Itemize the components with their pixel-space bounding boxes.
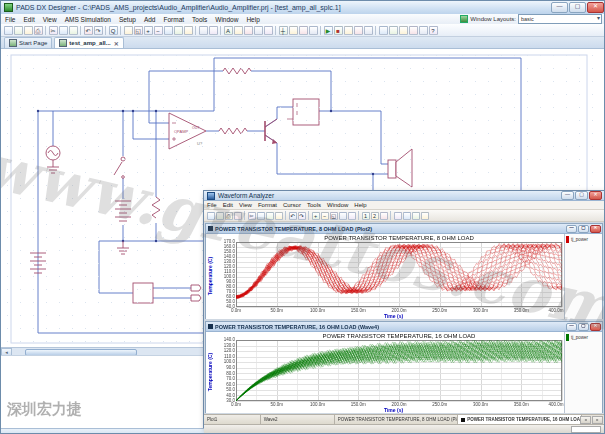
find-icon[interactable]: Q [109,26,118,35]
menu-view[interactable]: View [39,16,61,23]
bus-icon[interactable] [289,26,298,35]
stack-icon[interactable] [412,212,420,220]
cut-icon[interactable]: ✂ [49,26,58,35]
part-icon[interactable] [299,26,308,35]
tab-close-icon[interactable]: ✕ [114,40,119,47]
grid-icon[interactable] [409,26,418,35]
menu-format[interactable]: Format [255,202,280,208]
menu-help[interactable]: Help [351,202,369,208]
cursor-1-icon[interactable]: 1 [362,212,370,220]
cursor-icon[interactable] [209,26,218,35]
select-icon[interactable] [124,26,133,35]
plot16-canvas[interactable] [215,332,564,413]
tab-scroll-right[interactable]: ▸ [592,416,603,424]
symbol-icon[interactable] [309,26,318,35]
wave-titlebar[interactable]: Waveform Analyzer — ▢ ✕ [204,191,604,201]
wave-close-button[interactable]: ✕ [589,191,602,200]
open-icon[interactable] [207,212,215,220]
line-icon[interactable] [234,26,243,35]
print-icon[interactable]: ⎙ [34,26,43,35]
plot-window-8ohm[interactable]: POWER TRANSISTOR TEMPERATURE, 8 OHM LOAD… [205,223,603,319]
minimize-button[interactable]: — [551,2,568,13]
plot16-close[interactable]: ✕ [590,323,601,331]
wave-tab-wave2[interactable]: Wave2 [261,415,335,424]
menu-add[interactable]: Add [140,16,160,23]
paste-icon[interactable] [69,26,78,35]
zoom-in-icon[interactable]: + [144,26,153,35]
cursor-2-icon[interactable]: 2 [371,212,379,220]
copy-icon[interactable] [59,26,68,35]
tab-test-amp-all[interactable]: test_amp_all...✕ [54,37,123,48]
menu-tools[interactable]: Tools [304,202,324,208]
export-icon[interactable] [234,212,242,220]
plot16-maximize[interactable]: ▢ [578,323,589,331]
tab-start-page[interactable]: Start Page [4,37,52,48]
cut-icon[interactable]: ✂ [248,212,256,220]
menu-window[interactable]: Window [324,202,351,208]
paste-icon[interactable] [266,212,274,220]
wave-maximize-button[interactable]: ▢ [575,191,588,200]
undo-icon[interactable]: ↶ [84,26,93,35]
plot8-minimize[interactable]: — [566,225,577,233]
run-simulation-icon[interactable]: ▶ [324,26,333,35]
arc-icon[interactable] [244,26,253,35]
overlay-icon[interactable] [403,212,411,220]
zoom-out-icon[interactable]: − [321,212,329,220]
wave-minimize-button[interactable]: — [561,191,574,200]
window-layouts-combo[interactable]: basic [518,14,602,24]
wave-tab-power-transistor-temperature-16-ohm-load[interactable]: POWER TRANSISTOR TEMPERATURE, 16 OHM LOA… [458,415,582,424]
menu-tools[interactable]: Tools [188,16,211,23]
multimeter-icon[interactable] [354,26,363,35]
zoom-y-icon[interactable] [348,212,356,220]
rectangle-icon[interactable] [254,26,263,35]
options-icon[interactable] [421,212,429,220]
add-waveform-icon[interactable] [394,212,402,220]
close-button[interactable]: ✕ [587,2,604,13]
wave-tab-power-transistor-temperature-8-ohm-load-[interactable]: POWER TRANSISTOR TEMPERATURE, 8 OHM LOAD… [335,415,459,424]
main-titlebar[interactable]: PADS DX Designer - C:\PADS_AMS_projects\… [1,1,605,15]
print-icon[interactable]: ⎙ [225,212,233,220]
wave-tab-plot1[interactable]: Plot1 [204,415,261,424]
help-icon[interactable]: ? [429,26,438,35]
menu-edit[interactable]: Edit [220,202,236,208]
menu-format[interactable]: Format [160,16,189,23]
plot16-minimize[interactable]: — [566,323,577,331]
zoom-in-icon[interactable]: + [312,212,320,220]
measure-icon[interactable] [380,212,388,220]
stop-simulation-icon[interactable]: ■ [334,26,343,35]
save-icon[interactable] [216,212,224,220]
plot8-maximize[interactable]: ▢ [578,225,589,233]
refresh-icon[interactable] [199,26,208,35]
plot8-canvas[interactable] [215,234,564,319]
menu-help[interactable]: Help [242,16,263,23]
plot-window-16ohm[interactable]: POWER TRANSISTOR TEMPERATURE, 16 OHM LOA… [205,321,603,413]
menu-window[interactable]: Window [211,16,242,23]
oscilloscope-icon[interactable] [364,26,373,35]
plot16-legend-label[interactable]: tj_power [571,335,588,340]
open-icon[interactable] [14,26,23,35]
plot8-close[interactable]: ✕ [590,225,601,233]
net-icon[interactable]: ┼ [279,26,288,35]
zoom-fit-icon[interactable]: ◱ [134,26,143,35]
plot16-titlebar[interactable]: POWER TRANSISTOR TEMPERATURE, 16 OHM LOA… [206,322,602,332]
circle-icon[interactable] [264,26,273,35]
tab-scroll-left[interactable]: ◂ [580,416,591,424]
menu-setup[interactable]: Setup [115,16,140,23]
layers-icon[interactable] [389,26,398,35]
zoom-area-icon[interactable] [164,26,173,35]
menu-edit[interactable]: Edit [19,16,38,23]
probe-icon[interactable] [344,26,353,35]
text-icon[interactable]: A [224,26,233,35]
copy-icon[interactable] [257,212,265,220]
redo-icon[interactable]: ↷ [94,26,103,35]
zoom-x-icon[interactable] [339,212,347,220]
settings-icon[interactable] [379,26,388,35]
maximize-button[interactable]: ▢ [569,2,586,13]
menu-view[interactable]: View [236,202,255,208]
colors-icon[interactable] [399,26,408,35]
menu-file[interactable]: File [204,202,220,208]
menu-ams-simulation[interactable]: AMS Simulation [61,16,115,23]
new-icon[interactable] [4,26,13,35]
undo-icon[interactable]: ↶ [289,212,297,220]
plot8-legend-label[interactable]: tj_power [571,237,588,242]
